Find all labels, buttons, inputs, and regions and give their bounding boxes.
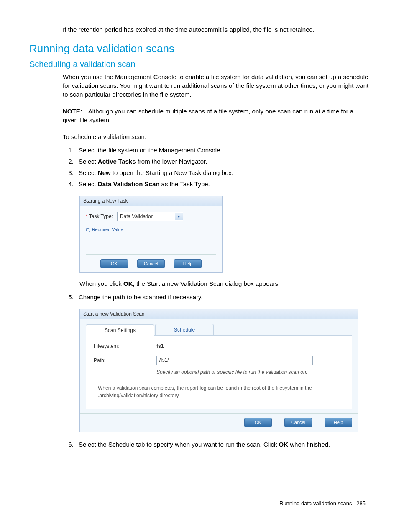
dialog1-title: Starting a New Task — [80, 196, 222, 206]
required-value-hint: (*) Required Value — [86, 227, 216, 232]
intro-paragraph: If the retention period has expired at t… — [63, 25, 370, 34]
footer-page-number: 285 — [356, 500, 366, 506]
path-input[interactable]: /fs1/ — [156, 356, 313, 365]
task-type-label: * Task Type: — [86, 213, 113, 219]
note-block: NOTE:Although you can schedule multiple … — [63, 104, 370, 127]
path-hint: Specify an optional path or specific fil… — [156, 369, 344, 375]
page-footer: Running data validation scans 285 — [29, 500, 370, 506]
heading-running-scans: Running data validation scans — [29, 42, 370, 55]
dialog-start-validation-scan: Start a new Validation Scan Scan Setting… — [79, 309, 358, 432]
filesystem-value: fs1 — [156, 343, 164, 349]
step-4: Select Data Validation Scan as the Task … — [75, 178, 370, 190]
tab-panel-scan-settings: Filesystem: fs1 Path: /fs1/ Specify an o… — [86, 336, 352, 409]
dialog2-title: Start a new Validation Scan — [80, 309, 358, 319]
filesystem-label: Filesystem: — [94, 343, 156, 349]
steps-list: Select the file system on the Management… — [63, 144, 370, 190]
chevron-down-icon: ▾ — [175, 213, 183, 220]
footer-text: Running data validation scans — [279, 500, 352, 506]
step-2: Select Active Tasks from the lower Navig… — [75, 156, 370, 167]
para-after-dialog1: When you click OK, the Start a new Valid… — [79, 279, 370, 288]
help-button[interactable]: Help — [174, 259, 202, 268]
step-5: Change the path to be scanned if necessa… — [75, 291, 370, 303]
path-label: Path: — [94, 357, 156, 363]
tab-scan-settings[interactable]: Scan Settings — [86, 324, 154, 336]
task-type-value: Data Validation — [120, 213, 154, 219]
para-intro: When you use the Management Console to e… — [63, 72, 370, 99]
ok-button[interactable]: OK — [100, 259, 128, 268]
tab-schedule[interactable]: Schedule — [155, 324, 214, 335]
step-1: Select the file system on the Management… — [75, 144, 370, 156]
task-type-select[interactable]: Data Validation ▾ — [117, 212, 183, 221]
help-button[interactable]: Help — [325, 418, 352, 427]
steps-list-continued-2: Select the Schedule tab to specify when … — [63, 439, 370, 450]
completion-note: When a validation scan completes, the re… — [98, 384, 340, 399]
ok-button[interactable]: OK — [244, 418, 272, 427]
note-text: Although you can schedule multiple scans… — [63, 108, 353, 123]
tabs: Scan Settings Schedule — [86, 324, 352, 336]
note-label: NOTE: — [63, 108, 82, 115]
heading-scheduling-scan: Scheduling a validation scan — [29, 59, 370, 69]
step-6: Select the Schedule tab to specify when … — [75, 439, 370, 450]
para-to-schedule: To schedule a validation scan: — [63, 132, 370, 141]
cancel-button[interactable]: Cancel — [137, 259, 165, 268]
dialog-starting-new-task: Starting a New Task * Task Type: Data Va… — [79, 196, 223, 273]
step-3: Select New to open the Starting a New Ta… — [75, 167, 370, 178]
cancel-button[interactable]: Cancel — [284, 418, 312, 427]
steps-list-continued: Change the path to be scanned if necessa… — [63, 291, 370, 303]
